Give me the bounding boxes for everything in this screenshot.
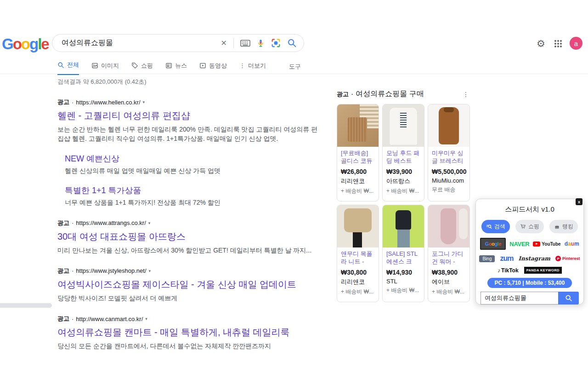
google-logo[interactable]: Google <box>2 35 49 53</box>
widget-logo-pinterest[interactable]: P Pinterest <box>555 256 580 261</box>
widget-logo-bing[interactable]: Bing <box>479 255 495 262</box>
logo-letter: o <box>13 35 21 52</box>
panel-separator: · <box>351 90 353 98</box>
product-card[interactable]: [SALE] STL 에센스 크롭... ₩14,930 STL + 배송비 ₩… <box>382 205 424 302</box>
widget-logo-tiktok[interactable]: ♪ TikTok <box>498 267 519 274</box>
tiktok-wordmark: TikTok <box>501 267 519 274</box>
search-volume-badge: PC : 5,710 | Mobile : 53,400 <box>487 278 572 288</box>
product-price: ₩14,930 <box>386 269 420 276</box>
tab-more[interactable]: ⋮ 더보기 <box>239 61 266 75</box>
settings-gear-icon[interactable]: ⚙ <box>537 38 545 49</box>
result-tabs: 전체 이미지 쇼핑 뉴스 동영상 ⋮ 더보기 <box>57 61 266 75</box>
product-image[interactable] <box>383 205 424 247</box>
pinterest-p-icon: P <box>555 256 561 261</box>
sitelink-title-link[interactable]: 특별한 1+1 특가상품 <box>65 185 323 196</box>
product-title-link[interactable]: 미우미우 싱글 브레스티드 ... <box>432 150 466 165</box>
tag-tab-icon <box>131 62 138 69</box>
youtube-wordmark: YouTube <box>542 242 560 247</box>
widget-tab-shopping[interactable]: 쇼핑 <box>515 220 544 233</box>
panel-menu-icon[interactable]: ⋮ <box>461 91 471 98</box>
search-submit-icon[interactable] <box>287 38 297 48</box>
google-apps-icon[interactable] <box>554 40 562 47</box>
product-title-link[interactable]: 앤무디 목폴라 니트 - 30,8... <box>341 250 375 266</box>
ad-url[interactable]: http://www.canmart.co.kr/ <box>76 316 143 322</box>
product-price: ₩26,800 <box>341 168 375 175</box>
widget-logo-naver[interactable]: NAVER <box>509 241 529 247</box>
tab-videos[interactable]: 동영상 <box>199 61 227 75</box>
widget-tab-ranking[interactable]: 랭킹 <box>549 220 578 233</box>
voice-search-icon[interactable] <box>257 38 265 48</box>
widget-logo-instagram[interactable]: Instagram <box>518 255 550 262</box>
product-title-link[interactable]: [무료배송] 골디스 코듀로... <box>341 150 375 165</box>
ad-description: 당신의 모든 순간을 캔마트에서, 다른데서 볼수없는 자체제작 깐깐팬즈까지 <box>57 341 323 351</box>
widget-tab-shopping-label: 쇼핑 <box>528 223 539 230</box>
ad-description: 당당한 빅사이즈! 모델핏 살려서 더 예쁘게 <box>57 293 323 303</box>
product-title-link[interactable]: 모닝 후드 패딩 베스트 <box>386 150 420 165</box>
lens-camera-icon[interactable] <box>271 38 281 48</box>
crown-icon <box>554 224 560 230</box>
widget-tab-search[interactable]: 검색 <box>481 220 510 233</box>
sitelink-title-link[interactable]: NEW 예쁜신상 <box>65 153 323 164</box>
chevron-down-icon[interactable]: ▾ <box>148 221 151 225</box>
tab-shopping[interactable]: 쇼핑 <box>131 61 153 75</box>
google-search-page: Google ✕ ⚙ a 전체 이 <box>0 0 588 368</box>
product-image[interactable] <box>428 205 469 247</box>
product-image[interactable] <box>337 205 379 247</box>
product-shipping: + 배송비 ₩... <box>432 288 466 296</box>
product-card[interactable]: 포그니 가디건 워머 - 2color ₩38,900 에이브 + 배송비 ₩.… <box>428 205 470 302</box>
ad-result: 광고 · http://www.canmart.co.kr/ ▾ 여성의류쇼핑몰… <box>57 315 323 351</box>
ad-url[interactable]: https://www.jstyleshop.net/ <box>76 267 146 274</box>
product-card[interactable]: 앤무디 목폴라 니트 - 30,8... ₩30,800 리리앤코 + 배송비 … <box>337 205 379 302</box>
ad-title-link[interactable]: 여성빅사이즈쇼핑몰 제이스타일 - 겨울 신상 매일 업데이트 <box>57 279 323 290</box>
widget-search-input[interactable] <box>481 292 558 305</box>
tab-news[interactable]: 뉴스 <box>165 61 187 75</box>
chevron-down-icon[interactable]: ▾ <box>143 100 145 104</box>
logo-letter: e <box>41 35 48 52</box>
product-title-link[interactable]: 포그니 가디건 워머 - 2color <box>432 250 466 266</box>
product-title-link[interactable]: [SALE] STL 에센스 크롭... <box>386 250 420 266</box>
tab-images-label: 이미지 <box>101 62 119 70</box>
keyboard-icon[interactable] <box>240 40 250 47</box>
widget-logo-youtube[interactable]: YouTube <box>533 242 560 247</box>
search-bar[interactable]: ✕ <box>52 34 304 52</box>
sitelink-description: 헬렌 신상의류 매일 업뎃 매일매일 예쁜 신상 가득 업뎃 <box>65 167 323 175</box>
horizontal-scrollbar[interactable] <box>0 303 52 308</box>
cart-icon <box>520 224 526 230</box>
product-card[interactable]: [무료배송] 골디스 코듀로... ₩26,800 리리앤코 + 배송비 ₩..… <box>337 104 379 201</box>
chevron-down-icon[interactable]: ▾ <box>149 269 151 273</box>
ad-badge: 광고 <box>57 315 69 323</box>
product-image[interactable] <box>337 104 379 147</box>
widget-logo-panda-keyword[interactable]: PANDA KEYWORD <box>524 267 562 274</box>
search-input[interactable] <box>62 39 221 47</box>
ad-url[interactable]: https://www.hellen.co.kr/ <box>76 99 140 106</box>
shopping-ads-panel: 광고 · 여성의류쇼핑몰 구매 ⋮ [무료배송] 골디스 코듀로... ₩26,… <box>337 89 471 302</box>
product-card[interactable]: 미우미우 싱글 브레스티드 ... ₩5,500,000 MiuMiu.com … <box>428 104 470 201</box>
product-seller: 아뜨랑스 <box>386 177 420 185</box>
ad-title-link[interactable]: 여성의류쇼핑몰 캔마트 - 매일 특별하게, 내츄럴 데일리룩 <box>57 327 323 338</box>
account-avatar[interactable]: a <box>570 37 582 50</box>
pinterest-wordmark: Pinterest <box>562 256 580 261</box>
news-tab-icon <box>165 62 172 69</box>
ad-badge: 광고 <box>57 267 69 275</box>
chevron-down-icon[interactable]: ▾ <box>145 316 147 321</box>
tab-images[interactable]: 이미지 <box>91 61 119 75</box>
widget-search-button[interactable] <box>558 292 579 305</box>
ad-title-link[interactable]: 헬렌 - 고퀄리티 여성의류 편집샵 <box>57 110 323 121</box>
product-image[interactable] <box>428 104 469 147</box>
ad-url[interactable]: https://www.attrangs.co.kr/ <box>76 219 146 226</box>
ad-title-link[interactable]: 30대 여성 대표쇼핑몰 아뜨랑스 <box>57 231 323 242</box>
search-lines-icon <box>486 224 492 230</box>
tools-button[interactable]: 도구 <box>289 63 301 71</box>
results-column: 검색결과 약 6,820,000개 (0.42초) 광고 · https://w… <box>57 78 323 351</box>
tab-all[interactable]: 전체 <box>57 61 79 75</box>
widget-logo-google[interactable]: Google <box>480 238 506 250</box>
widget-logo-zum[interactable]: zum <box>500 254 513 263</box>
product-image[interactable] <box>383 104 424 147</box>
clear-icon[interactable]: ✕ <box>221 40 227 47</box>
widget-logo-daum[interactable]: daum <box>565 241 579 247</box>
product-shipping: + 배송비 ₩... <box>341 187 375 195</box>
product-card[interactable]: 모닝 후드 패딩 베스트 ₩39,900 아뜨랑스 + 배송비 ₩... <box>382 104 424 201</box>
ad-result: 광고 · https://www.hellen.co.kr/ ▾ 헬렌 - 고퀄… <box>57 98 323 207</box>
widget-close-button[interactable]: x <box>576 198 582 205</box>
speed-search-widget: x 스피드서치 v1.0 검색 쇼핑 랭킹 Google NAVER YouTu… <box>475 199 584 305</box>
